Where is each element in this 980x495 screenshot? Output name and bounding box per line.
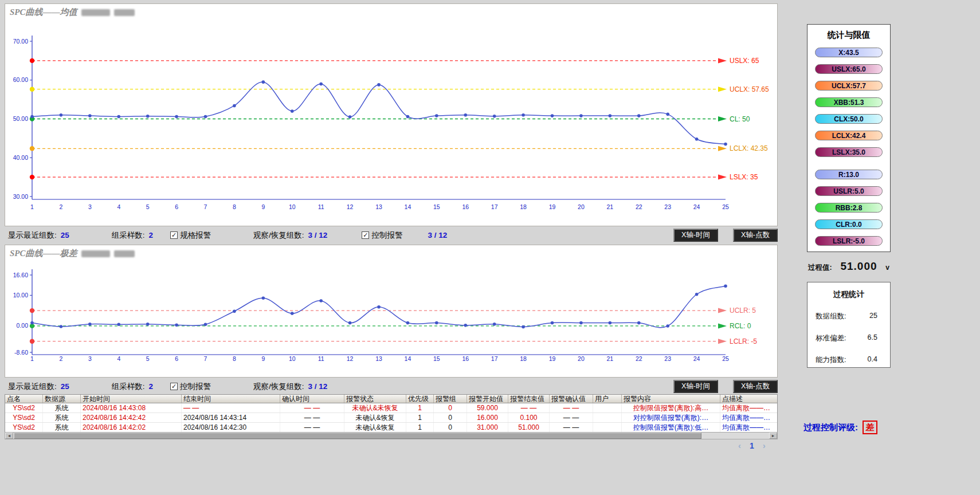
x-tick-label: 12 (347, 203, 354, 210)
column-header[interactable]: 点名 (5, 395, 43, 403)
stat-pill-uslx: USLX:65.0 (815, 64, 883, 74)
horizontal-scrollbar[interactable]: ◄ ► (5, 432, 778, 439)
xaxis-points-button[interactable]: X轴-点数 (733, 380, 778, 393)
stat-pill-lclx: LCLX:42.4 (815, 131, 883, 140)
column-header[interactable]: 用户 (593, 395, 622, 403)
data-point-marker (666, 324, 669, 328)
recent-groups-label: 显示最近组数: (8, 230, 57, 241)
table-cell: 控制限值报警(离散):低… (622, 423, 720, 432)
table-cell: 1 (406, 403, 434, 412)
process-stat-row: 能力指数:0.4 (807, 355, 890, 365)
stat-value: 25 (869, 312, 877, 321)
ctrl-alarm-label: 控制报警 (180, 382, 211, 392)
data-point-marker (435, 321, 438, 325)
column-header[interactable]: 报警确认值 (550, 395, 593, 403)
data-point-marker (579, 321, 583, 325)
column-header[interactable]: 优先级 (406, 395, 434, 403)
data-point-marker (435, 114, 438, 117)
column-header[interactable]: 报警组 (434, 395, 467, 403)
alarm-table: 点名数据源开始时间结束时间确认时间报警状态优先级报警组报警开始值报警结束值报警确… (5, 394, 778, 439)
stat-pill-clx: CLX:50.0 (815, 114, 883, 124)
data-point-marker (291, 109, 294, 113)
data-point-marker (637, 114, 641, 117)
data-point-marker (233, 309, 236, 313)
table-cell: 59.000 (467, 403, 508, 412)
table-cell: 1 (406, 423, 434, 432)
process-stat-row: 数据组数:25 (807, 312, 890, 321)
current-page[interactable]: 1 (750, 441, 754, 450)
column-header[interactable]: 报警状态 (344, 395, 406, 403)
next-page-icon[interactable]: › (763, 441, 766, 450)
table-cell: 2024/08/16 14:43:08 (81, 403, 182, 412)
column-header[interactable]: 报警结束值 (508, 395, 550, 403)
ctrl-alarm-value: 3 / 12 (428, 231, 447, 239)
data-point-marker (175, 324, 178, 327)
checkbox-checked-icon: ✓ (170, 383, 178, 390)
rating-value-badge: 差 (863, 421, 877, 434)
table-row[interactable]: YS\sd2系统2024/08/16 14:42:422024/08/16 14… (5, 413, 777, 423)
data-point-marker (30, 321, 34, 325)
x-tick-label: 4 (117, 203, 120, 210)
limit-arrow-icon (718, 323, 727, 328)
x-tick-label: 17 (491, 203, 498, 210)
data-point-marker (319, 299, 323, 302)
x-tick-label: 22 (636, 355, 642, 362)
prev-page-icon[interactable]: ‹ (738, 441, 741, 450)
xaxis-points-button[interactable]: X轴-点数 (733, 229, 778, 242)
column-header[interactable]: 确认时间 (280, 395, 344, 403)
table-cell (593, 413, 622, 422)
limit-arrow-icon (718, 146, 727, 151)
table-cell (593, 403, 622, 412)
x-tick-label: 16 (462, 355, 469, 362)
table-cell: 0 (434, 413, 467, 422)
checkbox-checked-icon: ✓ (170, 231, 178, 239)
watch-recover-label: 观察/恢复组数: (253, 382, 304, 392)
table-cell: 31.000 (467, 423, 508, 432)
scrollbar-thumb[interactable] (14, 433, 701, 439)
scroll-left-icon[interactable]: ◄ (5, 433, 13, 439)
limit-label-LCLX: LCLX: 42.35 (730, 144, 768, 152)
x-tick-label: 21 (606, 203, 613, 210)
column-header[interactable]: 结束时间 (182, 395, 280, 403)
data-point-marker (30, 115, 34, 119)
x-tick-label: 16 (462, 203, 469, 210)
ctrl-alarm-checkbox[interactable]: ✓ 控制报警 (170, 382, 211, 392)
data-point-marker (262, 80, 265, 84)
table-cell: — — (182, 403, 280, 412)
stat-pill-lslr: LSLR:-5.0 (815, 236, 883, 246)
column-header[interactable]: 报警内容 (622, 395, 720, 403)
table-cell: 2024/08/16 14:42:42 (81, 413, 182, 422)
xaxis-time-button[interactable]: X轴-时间 (673, 380, 718, 393)
mean-chart-panel: USLX: 65UCLX: 57.65CL: 50LCLX: 42.35LSLX… (5, 3, 778, 226)
data-point-marker (695, 293, 699, 296)
x-tick-label: 12 (347, 355, 354, 362)
range-chart-title: SPC曲线——极差 (10, 248, 135, 259)
column-header[interactable]: 点描述 (720, 395, 778, 403)
x-tick-label: 25 (722, 203, 729, 210)
data-point-marker (377, 305, 381, 309)
data-point-marker (146, 323, 150, 326)
xaxis-time-button[interactable]: X轴-时间 (673, 229, 718, 242)
limit-axis-dot (30, 146, 34, 151)
r-stats-pills: R:13.0USLR:5.0RBB:2.8CLR:0.0LSLR:-5.0 (807, 170, 890, 246)
scroll-right-icon[interactable]: ► (769, 433, 777, 439)
column-header[interactable]: 数据源 (43, 395, 81, 403)
process-value-unit: v (885, 264, 889, 272)
data-point-marker (609, 114, 612, 117)
checkbox-checked-icon: ✓ (362, 231, 369, 239)
x-tick-label: 2 (59, 355, 62, 362)
spec-alarm-checkbox[interactable]: ✓ 规格报警 (170, 230, 211, 241)
ctrl-alarm-checkbox[interactable]: ✓ 控制报警 (362, 230, 402, 241)
y-tick-label: 0.00 (17, 322, 29, 329)
column-header[interactable]: 报警开始值 (467, 395, 508, 403)
table-row[interactable]: YS\sd2系统2024/08/16 14:43:08— —— —未确认&未恢复… (5, 403, 777, 413)
data-point-marker (204, 115, 207, 119)
ctrl-alarm-label: 控制报警 (371, 230, 402, 241)
x-tick-label: 9 (261, 203, 265, 210)
table-cell: 均值离散——… (720, 403, 778, 412)
y-tick-label: 60.00 (13, 76, 28, 83)
x-tick-label: 19 (549, 355, 556, 362)
x-tick-label: 20 (578, 355, 585, 362)
table-row[interactable]: YS\sd2系统2024/08/16 14:42:022024/08/16 14… (5, 423, 777, 432)
column-header[interactable]: 开始时间 (81, 395, 182, 403)
